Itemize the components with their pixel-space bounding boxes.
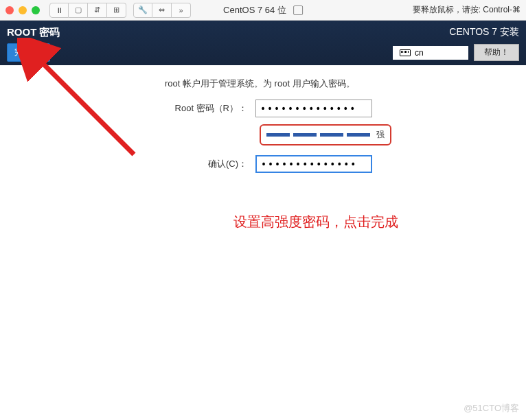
confirm-input[interactable] <box>255 155 372 173</box>
tb-more-icon[interactable]: » <box>172 3 191 18</box>
tb-resize-icon[interactable]: ⇔ <box>152 3 172 18</box>
tb-pause-icon[interactable]: ⏸ <box>49 3 69 18</box>
vm-name: CentOS 7 64 位 <box>223 4 286 16</box>
description-text: root 帐户用于管理系统。为 root 用户输入密码。 <box>165 78 499 90</box>
strength-seg-3 <box>320 133 343 137</box>
strength-seg-2 <box>293 133 317 137</box>
content-area: root 帐户用于管理系统。为 root 用户输入密码。 Root 密码（R）：… <box>0 65 526 192</box>
strength-seg-4 <box>347 133 370 137</box>
password-input[interactable] <box>255 100 372 117</box>
close-icon[interactable] <box>5 6 14 14</box>
window-controls <box>5 6 40 14</box>
keyboard-indicator[interactable]: cn <box>393 46 468 60</box>
titlebar: ⏸ ▢ ⇵ ⊞ 🔧 ⇔ » CentOS 7 64 位 要释放鼠标，请按: Co… <box>0 0 526 21</box>
strength-label: 强 <box>376 129 385 141</box>
tb-layout-icon[interactable]: ⊞ <box>107 3 126 18</box>
tb-wrench-icon[interactable]: 🔧 <box>133 3 152 18</box>
password-label: Root 密码（R）： <box>137 102 247 115</box>
minimize-icon[interactable] <box>19 6 27 14</box>
maximize-icon[interactable] <box>32 6 40 14</box>
installer-header: ROOT 密码 完成(D) CENTOS 7 安装 cn 帮助！ <box>0 21 526 65</box>
confirm-label: 确认(C)： <box>137 158 247 170</box>
tb-network-icon[interactable]: ⇵ <box>88 3 107 18</box>
strength-indicator: 强 <box>260 124 391 145</box>
installer-title: CENTOS 7 安装 <box>393 26 519 38</box>
watermark: @51CTO博客 <box>464 402 519 415</box>
tb-snapshot-icon[interactable]: ▢ <box>69 3 88 18</box>
doc-icon[interactable] <box>293 5 303 15</box>
keyboard-layout: cn <box>415 48 424 58</box>
vm-title: CentOS 7 64 位 <box>223 4 303 16</box>
page-title: ROOT 密码 <box>7 26 60 39</box>
strength-seg-1 <box>266 133 290 137</box>
keyboard-icon <box>400 49 411 56</box>
annotation-text: 设置高强度密码，点击完成 <box>233 213 398 231</box>
release-hint: 要释放鼠标，请按: Control-⌘ <box>413 4 521 16</box>
done-button[interactable]: 完成(D) <box>7 43 50 62</box>
help-button[interactable]: 帮助！ <box>474 44 519 61</box>
